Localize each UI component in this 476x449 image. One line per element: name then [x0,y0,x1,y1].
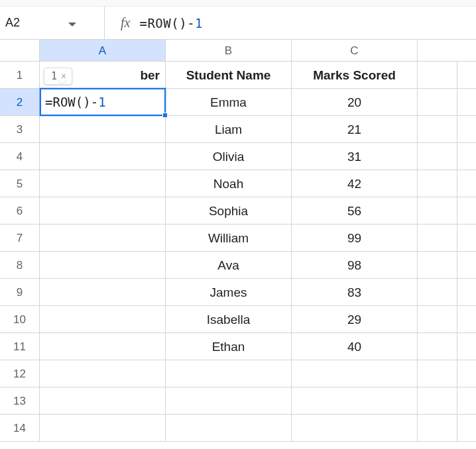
row-header[interactable]: 11 [0,333,40,360]
cell[interactable] [418,333,457,360]
table-row: Ava 98 [40,252,476,279]
cell[interactable]: 40 [292,333,418,360]
cell[interactable] [40,170,166,197]
active-cell-editor[interactable]: =ROW()-1 [40,88,166,116]
table-row: Ethan 40 [40,333,476,360]
row-header[interactable]: 3 [0,116,40,143]
cell[interactable] [418,306,457,332]
cell[interactable] [418,224,457,251]
cell[interactable]: 20 [292,89,418,115]
cell[interactable] [40,387,166,414]
toolbar-strip [0,0,476,7]
cell[interactable]: 56 [292,197,418,224]
cell[interactable] [40,415,166,441]
cell[interactable] [166,387,292,414]
cell[interactable]: William [166,224,292,251]
cell[interactable] [40,306,166,332]
cell[interactable]: Student Name [166,62,292,88]
formula-result-value: 1 [51,70,57,82]
cell[interactable]: 21 [292,116,418,142]
cell[interactable]: Marks Scored [292,62,418,88]
formula-bar[interactable]: fx =ROW()-1 [104,7,203,39]
row-header[interactable]: 10 [0,306,40,333]
cell[interactable]: 99 [292,224,418,251]
row-header[interactable]: 2 [0,89,40,116]
formula-input[interactable]: =ROW()-1 [139,16,203,30]
spreadsheet-grid[interactable]: 1 2 3 4 5 6 7 8 9 10 11 12 13 14 A B C b… [0,40,476,442]
column-header[interactable]: C [292,40,418,61]
cell[interactable] [40,360,166,387]
cell[interactable] [292,415,418,441]
table-row: Liam 21 [40,116,476,143]
table-row: Sophia 56 [40,197,476,224]
row-header[interactable]: 8 [0,252,40,279]
name-box[interactable]: A2 [4,13,80,34]
cell[interactable]: 29 [292,306,418,332]
cell[interactable]: Liam [166,116,292,142]
table-row: James 83 [40,279,476,306]
row-header[interactable]: 5 [0,170,40,197]
cell[interactable]: Ethan [166,333,292,360]
cell[interactable]: James [166,279,292,305]
row-header[interactable]: 14 [0,415,40,442]
table-row [40,360,476,387]
fx-icon: fx [121,15,130,30]
cell[interactable] [40,116,166,142]
formula-bar-row: A2 fx =ROW()-1 [0,7,476,40]
row-header[interactable]: 9 [0,279,40,306]
cell[interactable] [40,279,166,305]
cell[interactable] [418,170,457,197]
cell[interactable]: Olivia [166,143,292,170]
cell[interactable] [40,252,166,278]
row-header[interactable]: 13 [0,387,40,415]
cell[interactable] [418,279,457,305]
select-all-corner[interactable] [0,40,40,62]
cell[interactable]: 31 [292,143,418,170]
cell[interactable]: Sophia [166,197,292,224]
cell[interactable] [40,197,166,224]
cell[interactable]: Ava [166,252,292,278]
table-row: William 99 [40,224,476,252]
column-header[interactable]: A [40,40,166,61]
chevron-down-icon[interactable] [68,16,80,30]
cell[interactable] [418,62,457,88]
cell[interactable] [418,116,457,142]
cell[interactable] [418,252,457,278]
cell[interactable] [40,224,166,251]
cell[interactable] [166,415,292,441]
cell[interactable] [418,415,457,441]
cell[interactable] [418,387,457,414]
cell[interactable] [40,143,166,170]
cell[interactable] [418,143,457,170]
cell[interactable] [40,333,166,360]
cell[interactable] [166,360,292,387]
row-header[interactable]: 6 [0,197,40,224]
table-row: ber Student Name Marks Scored [40,62,476,89]
name-box-value: A2 [4,15,68,31]
column-header[interactable] [418,40,457,61]
column-header[interactable]: B [166,40,292,61]
cell[interactable]: 83 [292,279,418,305]
close-icon[interactable]: × [61,72,66,81]
row-header[interactable]: 12 [0,360,40,387]
cell[interactable] [418,89,457,115]
cell[interactable] [418,360,457,387]
table-row [40,415,476,442]
cell[interactable]: Isabella [166,306,292,332]
cell[interactable]: 98 [292,252,418,278]
formula-result-tooltip: 1 × [44,68,72,85]
cell[interactable] [292,360,418,387]
table-row [40,387,476,415]
cell[interactable] [418,197,457,224]
cell[interactable]: 42 [292,170,418,197]
cell[interactable]: Emma [166,89,292,115]
cell[interactable]: Noah [166,170,292,197]
table-row: Olivia 31 [40,143,476,170]
table-row: Noah 42 [40,170,476,197]
row-header[interactable]: 7 [0,224,40,252]
fill-handle[interactable] [162,113,168,118]
table-row: Isabella 29 [40,306,476,333]
row-header[interactable]: 1 [0,62,40,89]
cell[interactable] [292,387,418,414]
row-header[interactable]: 4 [0,143,40,170]
